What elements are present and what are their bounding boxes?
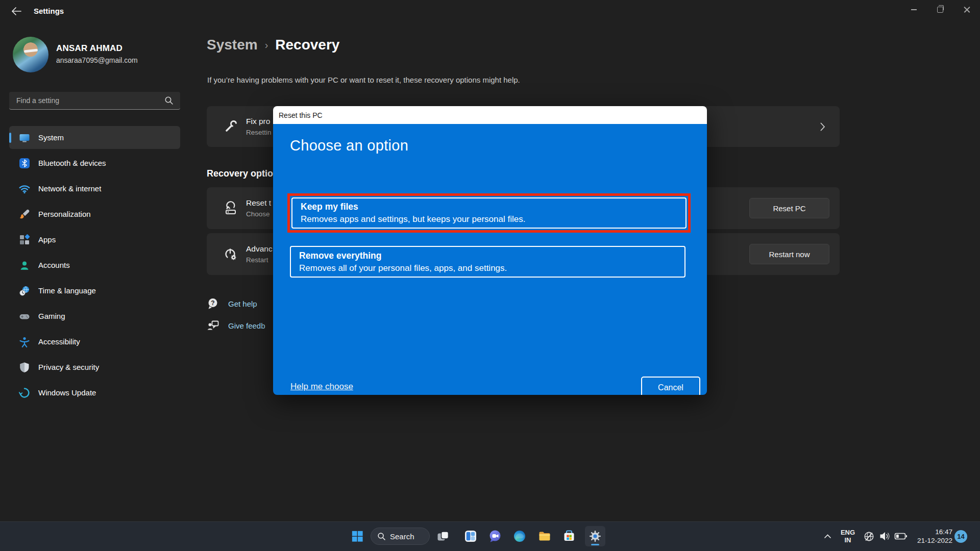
start-button[interactable] [347,526,368,546]
bluetooth-icon [19,158,30,169]
dialog-heading: Choose an option [290,137,408,154]
sidebar-item-bluetooth[interactable]: Bluetooth & devices [9,152,180,174]
language-indicator[interactable]: ENG IN [838,526,857,546]
chat-button[interactable] [485,526,505,546]
task-view-button[interactable] [433,526,453,546]
file-explorer-button[interactable] [534,526,555,546]
avatar [13,37,48,72]
sidebar-item-label: Personalization [38,210,91,218]
microsoft-store-button[interactable] [559,526,579,546]
apps-grid-icon [19,234,30,245]
sidebar-item-time-language[interactable]: Time & language [9,279,180,302]
search-input[interactable] [9,92,180,110]
option-description: Removes all of your personal files, apps… [299,263,684,273]
help-bubble-icon: ? [207,297,219,310]
tray-date: 21-12-2022 [917,536,952,545]
svg-text:?: ? [211,299,214,307]
back-button[interactable] [7,4,26,18]
store-icon [562,530,576,543]
option-title: Keep my files [301,202,685,212]
wifi-icon [19,183,30,194]
clock[interactable]: 16:47 21-12-2022 [909,526,952,546]
advanced-startup-icon [224,247,238,261]
reset-pc-button[interactable]: Reset PC [749,198,829,218]
widgets-icon [464,530,477,543]
option-remove-everything[interactable]: Remove everything Removes all of your pe… [290,246,685,278]
taskbar: Search [0,521,980,551]
sidebar-item-network[interactable]: Network & internet [9,177,180,200]
sidebar-item-privacy[interactable]: Privacy & security [9,356,180,379]
minimize-button[interactable] [900,0,927,19]
help-me-choose-link[interactable]: Help me choose [290,382,353,392]
active-app-indicator [591,544,599,545]
back-arrow-icon [11,7,21,15]
taskbar-search-label: Search [390,532,414,541]
chat-icon [488,530,502,543]
cancel-button[interactable]: Cancel [641,377,700,395]
row-title: Reset t [246,198,271,208]
give-feedback-link[interactable]: Give feedb [207,319,265,332]
get-help-link[interactable]: ? Get help [207,297,257,310]
globe-no-internet-icon [863,531,875,542]
network-status[interactable] [861,526,877,546]
sidebar-item-label: Windows Update [38,388,96,397]
restart-now-button[interactable]: Restart now [749,244,829,264]
annotation-highlight: Keep my files Removes apps and settings,… [287,193,691,233]
sidebar-item-accounts[interactable]: Accounts [9,254,180,277]
monitor-icon [19,132,30,143]
sidebar-item-personalization[interactable]: Personalization [9,203,180,226]
page-title: Recovery [275,37,339,53]
option-description: Removes apps and settings, but keeps you… [301,214,685,224]
widgets-button[interactable] [460,526,481,546]
breadcrumb-separator-icon: › [265,39,268,51]
profile-name: ANSAR AHMAD [56,43,122,54]
settings-window: Settings ANSAR AHMAD ansaraa7095@gmail.c… [0,0,980,551]
sidebar-item-label: Privacy & security [38,363,99,371]
section-heading: Recovery optio [207,168,273,179]
breadcrumb-parent[interactable]: System [207,37,258,53]
tray-time: 16:47 [935,528,952,536]
battery-status[interactable] [892,526,910,546]
volume-status[interactable] [877,526,893,546]
search-icon [377,532,386,541]
feedback-icon [207,319,219,332]
chevron-up-icon [823,533,832,539]
app-title: Settings [34,0,64,21]
folder-icon [538,530,551,543]
sidebar-item-apps[interactable]: Apps [9,228,180,251]
notification-badge[interactable]: 14 [954,530,967,543]
option-keep-my-files[interactable]: Keep my files Removes apps and settings,… [291,197,687,229]
window-titlebar: Settings [0,0,980,21]
sidebar-item-gaming[interactable]: Gaming [9,305,180,328]
reset-pc-icon [224,201,238,215]
option-title: Remove everything [299,251,684,261]
battery-icon [894,531,908,542]
sidebar-item-system[interactable]: System [9,126,180,149]
chevron-right-icon [820,122,825,131]
edge-browser-button[interactable] [509,526,530,546]
gear-icon [589,530,602,543]
windows-logo-icon [351,530,363,542]
restore-button[interactable] [927,0,953,19]
person-icon [19,260,30,271]
reset-this-pc-dialog: Reset this PC Choose an option Keep my f… [273,106,707,395]
shield-icon [19,362,30,373]
row-subtitle: Choose [246,210,271,218]
sidebar-item-label: Apps [38,235,56,244]
settings-app-button[interactable] [585,526,605,546]
dialog-title: Reset this PC [273,106,707,124]
sidebar-item-label: Gaming [38,312,65,320]
sidebar-item-accessibility[interactable]: Accessibility [9,330,180,353]
task-view-icon [436,530,450,543]
sidebar-item-label: Network & internet [38,184,101,193]
paintbrush-icon [19,209,30,220]
tray-overflow-chevron[interactable] [819,526,836,546]
accessibility-person-icon [19,336,30,347]
selected-accent-bar [9,133,11,143]
close-button[interactable] [953,0,980,19]
taskbar-search[interactable]: Search [371,528,430,545]
row-subtitle: Restart [246,256,273,264]
sidebar-item-windows-update[interactable]: Windows Update [9,381,180,404]
row-title: Fix pro [246,117,272,126]
wrench-icon [224,119,238,134]
